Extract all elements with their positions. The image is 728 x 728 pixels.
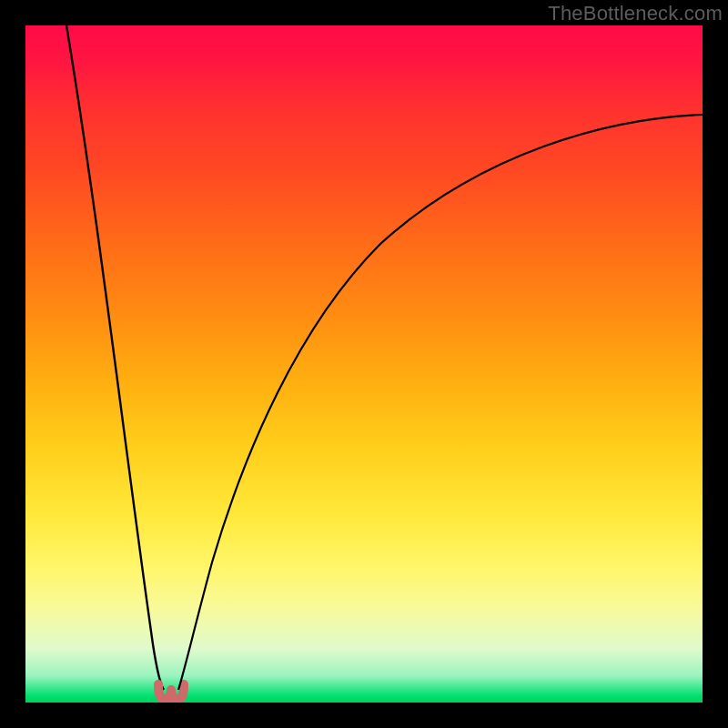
curve-right-branch — [178, 115, 703, 690]
watermark-text: TheBottleneck.com — [548, 2, 723, 25]
plot-frame — [25, 25, 703, 703]
bottleneck-curve — [25, 25, 703, 703]
curve-left-branch — [66, 25, 164, 690]
